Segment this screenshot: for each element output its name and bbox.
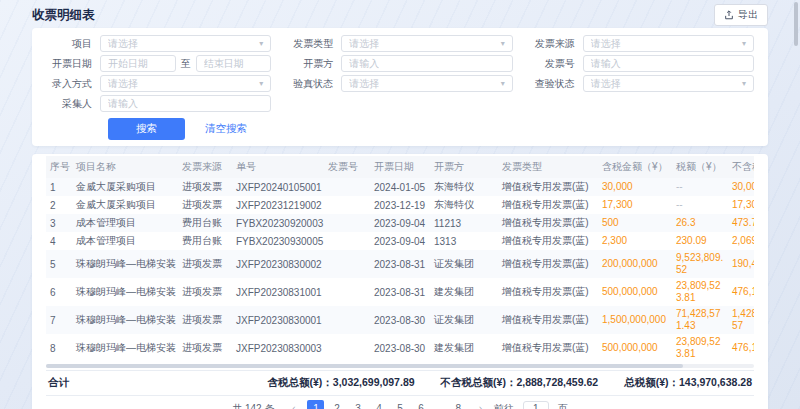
page-button[interactable]: 8	[450, 400, 467, 409]
page-ellipsis: ...	[433, 403, 445, 409]
page-button[interactable]: 4	[370, 400, 387, 409]
table-cell	[324, 278, 370, 306]
filter-text-input[interactable]: 请输入	[100, 95, 271, 112]
table-cell: 23,809,523.81	[672, 278, 728, 306]
input-placeholder: 请输入	[349, 57, 379, 71]
summary-total: 不含税总额(¥)：2,888,728,459.62	[441, 376, 599, 390]
table-row[interactable]: 5珠穆朗玛峰—电梯安装进项发票JXFP202308300022023-08-31…	[46, 250, 754, 278]
table-cell: 进项发票	[178, 278, 232, 306]
filter-panel: 项目请选择▾发票类型请选择▾发票来源请选择▾开票日期开始日期至结束日期开票方请输…	[32, 28, 768, 146]
table-cell: 1,500,000,000	[598, 306, 672, 334]
table-row[interactable]: 7珠穆朗玛峰—电梯安装进项发票JXFP202308300012023-08-30…	[46, 306, 754, 334]
table-cell: 17,300	[728, 196, 754, 214]
table-cell: 1,428,571,428.57	[728, 306, 754, 334]
filter-select[interactable]: 请选择▾	[100, 35, 271, 52]
pagination: 共 142 条 ‹ 123456...8 › 前往 1 页	[46, 396, 754, 409]
summary-total-value: 143,970,638.28	[679, 376, 752, 388]
table-cell: 成本管理项目	[72, 214, 178, 232]
table-row[interactable]: 1金威大厦采购项目进项发票JXFP202401050012024-01-05东海…	[46, 178, 754, 196]
table-cell	[324, 334, 370, 362]
filter-field: 发票号请输入	[529, 55, 754, 72]
table-cell: 进项发票	[178, 306, 232, 334]
next-page-button[interactable]: ›	[472, 400, 489, 409]
table-cell: 2023-08-30	[370, 306, 430, 334]
filter-select[interactable]: 请选择▾	[341, 35, 512, 52]
table-header-row: 序号项目名称发票来源单号发票号开票日期开票方发票类型含税金额（¥）税额（¥）不含…	[46, 156, 754, 178]
page-button[interactable]: 5	[391, 400, 408, 409]
vertical-scrollbar[interactable]	[794, 2, 798, 46]
table-cell: 2023-12-19	[370, 196, 430, 214]
filter-field: 开票日期开始日期至结束日期	[46, 55, 271, 72]
page-list: 123456...8	[307, 400, 466, 409]
filter-text-input[interactable]: 请输入	[341, 55, 512, 72]
search-button[interactable]: 搜索	[108, 118, 185, 140]
filter-label: 项目	[46, 37, 100, 51]
input-placeholder: 结束日期	[204, 57, 244, 71]
table-row[interactable]: 3成本管理项目费用台账FYBX202309200032023-09-041121…	[46, 214, 754, 232]
filter-label: 开票日期	[46, 57, 100, 71]
table-cell: 2023-08-31	[370, 278, 430, 306]
table-cell: 建发集团	[430, 278, 498, 306]
table-cell: 2,069.91	[728, 232, 754, 250]
page-button[interactable]: 3	[349, 400, 366, 409]
filter-label: 发票来源	[529, 37, 583, 51]
table-cell: 1	[46, 178, 72, 196]
date-start-input[interactable]: 开始日期	[100, 55, 176, 72]
export-icon	[724, 10, 734, 20]
date-end-input[interactable]: 结束日期	[196, 55, 272, 72]
table-cell: 3	[46, 214, 72, 232]
filter-select[interactable]: 请选择▾	[100, 75, 271, 92]
filter-label: 开票方	[287, 57, 341, 71]
chevron-down-icon: ▾	[501, 79, 505, 88]
column-header: 税额（¥）	[672, 156, 728, 178]
date-range: 开始日期至结束日期	[100, 55, 271, 72]
column-header: 不含税金额（¥）	[728, 156, 754, 178]
prev-page-button[interactable]: ‹	[285, 400, 302, 409]
page-button[interactable]: 2	[328, 400, 345, 409]
table-cell: 进项发票	[178, 250, 232, 278]
page-button[interactable]: 6	[412, 400, 429, 409]
filter-field: 录入方式请选择▾	[46, 75, 271, 92]
filter-text-input[interactable]: 请输入	[583, 55, 754, 72]
chevron-down-icon: ▾	[501, 39, 505, 48]
chevron-down-icon: ▾	[742, 39, 746, 48]
summary-total-label: 总税额(¥)：	[624, 376, 679, 388]
export-button-label: 导出	[738, 8, 758, 22]
table-cell: FYBX20230920003	[232, 214, 324, 232]
page-button[interactable]: 1	[307, 400, 324, 409]
table-row[interactable]: 8珠穆朗玛峰—电梯安装进项发票JXFP202308300032023-08-30…	[46, 334, 754, 362]
table-row[interactable]: 2金威大厦采购项目进项发票JXFP202312190022023-12-19东海…	[46, 196, 754, 214]
filter-label: 采集人	[46, 97, 100, 111]
table-cell: 证发集团	[430, 250, 498, 278]
table-cell: 1313	[430, 232, 498, 250]
table-cell: 476,190,476.19	[728, 278, 754, 306]
filter-select[interactable]: 请选择▾	[583, 75, 754, 92]
table-cell	[324, 196, 370, 214]
table-cell: 珠穆朗玛峰—电梯安装	[72, 278, 178, 306]
horizontal-scrollbar-thumb[interactable]	[46, 364, 683, 368]
table-cell: 476,190,476.19	[728, 334, 754, 362]
table-cell: 金威大厦采购项目	[72, 178, 178, 196]
select-placeholder: 请选择	[591, 77, 621, 91]
select-placeholder: 请选择	[349, 37, 379, 51]
filter-label: 发票号	[529, 57, 583, 71]
clear-search-button[interactable]: 清空搜索	[199, 118, 253, 140]
select-placeholder: 请选择	[591, 37, 621, 51]
export-button[interactable]: 导出	[714, 4, 768, 26]
table-row[interactable]: 4成本管理项目费用台账FYBX202309300052023-09-041313…	[46, 232, 754, 250]
filter-select[interactable]: 请选择▾	[341, 75, 512, 92]
table-cell: 增值税专用发票(蓝)	[498, 278, 598, 306]
table-cell: 500	[598, 214, 672, 232]
table-cell	[324, 232, 370, 250]
horizontal-scrollbar[interactable]	[46, 364, 754, 368]
table-cell: 26.3	[672, 214, 728, 232]
table-cell: 8	[46, 334, 72, 362]
column-header: 发票来源	[178, 156, 232, 178]
filter-select[interactable]: 请选择▾	[583, 35, 754, 52]
filter-field: 验真状态请选择▾	[287, 75, 512, 92]
table-cell: --	[672, 196, 728, 214]
table-row[interactable]: 6珠穆朗玛峰—电梯安装进项发票JXFP202308310012023-08-31…	[46, 278, 754, 306]
goto-page-input[interactable]: 1	[523, 401, 549, 409]
table-cell: 500,000,000	[598, 334, 672, 362]
column-header: 发票类型	[498, 156, 598, 178]
